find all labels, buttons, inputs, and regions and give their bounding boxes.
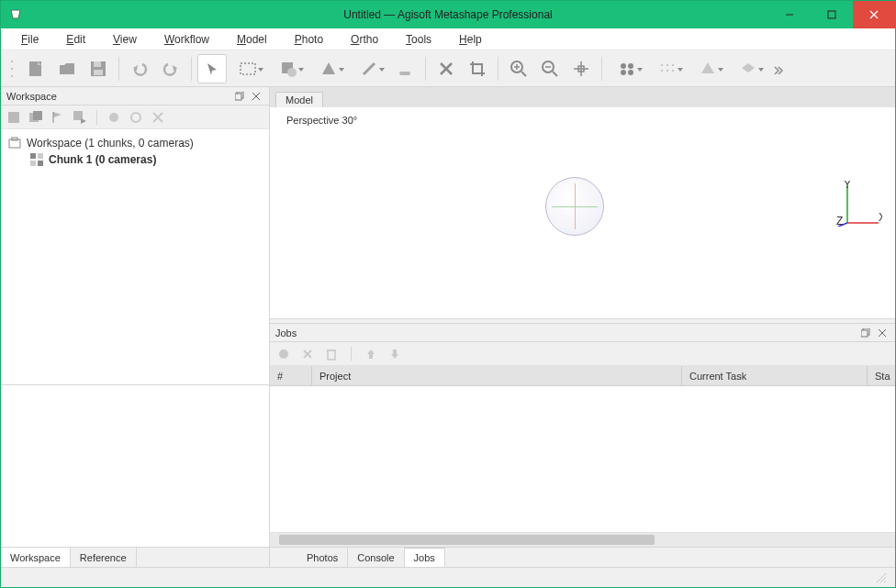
move-region-button[interactable] — [269, 54, 308, 83]
menu-edit[interactable]: Edit — [62, 31, 89, 48]
jobs-table: # Project Current Task Sta — [270, 366, 895, 547]
disable-chunk-button[interactable] — [127, 108, 145, 127]
tab-workspace[interactable]: Workspace — [1, 548, 71, 567]
jobs-col-status[interactable]: Sta — [868, 366, 895, 385]
svg-rect-70 — [861, 330, 868, 337]
toolbar-overflow-button[interactable] — [769, 54, 786, 83]
undo-button[interactable] — [125, 54, 154, 83]
crop-selection-button[interactable] — [463, 54, 492, 83]
window-title: Untitled — Agisoft Metashape Professiona… — [1, 8, 895, 21]
menubar: File Edit View Workflow Model Photo Orth… — [1, 28, 895, 50]
workspace-tree[interactable]: Workspace (1 chunks, 0 cameras) Chunk 1 … — [1, 129, 269, 384]
titlebar: Untitled — Agisoft Metashape Professiona… — [1, 1, 895, 28]
add-marker-button[interactable] — [49, 108, 67, 127]
draw-point-button[interactable] — [390, 54, 420, 83]
zoom-out-button[interactable] — [535, 54, 565, 83]
svg-marker-40 — [701, 62, 714, 73]
svg-text:Y: Y — [844, 181, 851, 191]
svg-marker-80 — [391, 354, 398, 359]
resize-grip-icon[interactable] — [875, 571, 888, 584]
svg-rect-43 — [235, 94, 241, 100]
svg-line-16 — [364, 63, 375, 74]
job-delete-button[interactable] — [323, 346, 340, 362]
open-project-button[interactable] — [52, 54, 82, 83]
point-cloud-button[interactable] — [648, 54, 687, 83]
menu-help[interactable]: Help — [455, 31, 486, 48]
tab-model[interactable]: Model — [275, 92, 323, 107]
menu-view[interactable]: View — [109, 31, 140, 48]
menu-photo[interactable]: Photo — [291, 31, 327, 48]
workspace-float-button[interactable] — [232, 89, 247, 104]
main-toolbar — [1, 50, 895, 87]
svg-line-21 — [521, 72, 526, 76]
add-scale-button[interactable] — [71, 108, 89, 127]
menu-tools[interactable]: Tools — [402, 31, 435, 48]
tab-reference[interactable]: Reference — [71, 548, 137, 567]
workspace-title: Workspace — [6, 91, 230, 102]
jobs-table-header: # Project Current Task Sta — [270, 366, 895, 386]
jobs-col-num[interactable]: # — [270, 366, 312, 385]
tab-console[interactable]: Console — [348, 548, 404, 567]
tree-chunk-1[interactable]: Chunk 1 (0 cameras) — [5, 151, 265, 168]
svg-point-14 — [287, 68, 297, 77]
new-project-button[interactable] — [21, 54, 50, 83]
perspective-label: Perspective 30° — [286, 115, 357, 126]
svg-rect-12 — [241, 63, 255, 74]
svg-marker-41 — [742, 63, 755, 72]
chunk-icon — [30, 153, 43, 166]
app-window: Untitled — Agisoft Metashape Professiona… — [0, 0, 896, 588]
job-move-up-button[interactable] — [363, 346, 379, 362]
jobs-col-current-task[interactable]: Current Task — [682, 366, 868, 385]
jobs-hscrollbar[interactable] — [270, 532, 895, 547]
job-cancel-button[interactable] — [299, 346, 316, 362]
svg-text:Z: Z — [836, 215, 843, 227]
add-chunk-button[interactable] — [5, 108, 23, 127]
svg-point-35 — [666, 64, 668, 66]
workspace-close-button[interactable] — [249, 89, 263, 104]
add-photos-button[interactable] — [27, 108, 45, 127]
menu-workflow[interactable]: Workflow — [161, 31, 213, 48]
jobs-close-button[interactable] — [875, 326, 890, 340]
svg-marker-52 — [81, 118, 86, 124]
svg-rect-79 — [369, 354, 373, 359]
rotate-region-button[interactable] — [309, 54, 348, 83]
menu-model[interactable]: Model — [233, 31, 271, 48]
rectangle-selection-button[interactable] — [229, 54, 267, 83]
jobs-table-body[interactable] — [270, 386, 895, 532]
model-view-button[interactable] — [689, 54, 727, 83]
tab-jobs[interactable]: Jobs — [405, 548, 445, 567]
workspace-icon — [8, 137, 21, 150]
redo-button[interactable] — [156, 54, 185, 83]
right-column: Model Perspective 30° X Y Z Jobs — [270, 87, 895, 567]
menu-file[interactable]: File — [17, 31, 42, 48]
job-move-down-button[interactable] — [386, 346, 403, 362]
remove-chunk-button[interactable] — [149, 108, 167, 127]
svg-rect-59 — [30, 153, 36, 159]
menu-ortho[interactable]: Ortho — [347, 31, 382, 48]
tab-photos[interactable]: Photos — [297, 548, 348, 567]
axis-gizmo: X Y Z — [836, 181, 882, 227]
svg-rect-7 — [94, 61, 101, 67]
enable-chunk-button[interactable] — [105, 108, 123, 127]
toolbar-grip[interactable] — [8, 58, 16, 80]
delete-selection-button[interactable] — [431, 54, 461, 83]
tree-root[interactable]: Workspace (1 chunks, 0 cameras) — [5, 135, 265, 151]
left-tabbar: Workspace Reference — [1, 547, 269, 567]
jobs-float-button[interactable] — [858, 326, 873, 340]
svg-marker-15 — [322, 62, 335, 74]
show-cameras-button[interactable] — [608, 54, 646, 83]
navigation-button[interactable] — [197, 54, 227, 83]
zoom-in-button[interactable] — [504, 54, 533, 83]
texture-view-button[interactable] — [729, 54, 767, 83]
model-tabbar: Model — [270, 87, 895, 107]
model-viewport[interactable]: Perspective 30° X Y Z — [270, 107, 895, 318]
svg-point-31 — [628, 63, 633, 69]
reset-view-button[interactable] — [566, 54, 596, 83]
save-project-button[interactable] — [84, 54, 113, 83]
svg-marker-11 — [207, 63, 217, 75]
ruler-button[interactable] — [350, 54, 388, 83]
job-run-button[interactable] — [275, 346, 292, 362]
svg-rect-60 — [38, 153, 43, 159]
jobs-col-project[interactable]: Project — [312, 366, 682, 385]
svg-point-34 — [661, 64, 663, 66]
